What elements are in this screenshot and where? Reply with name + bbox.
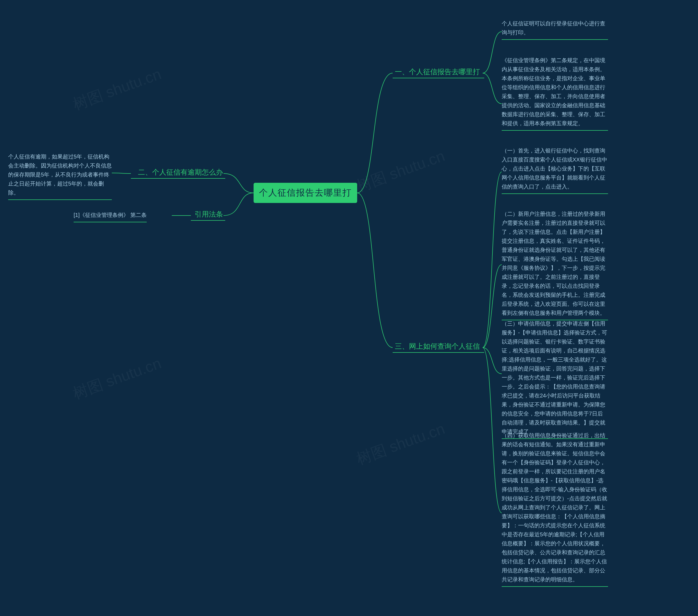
branch-3[interactable]: 三、网上如何查询个人征信	[393, 342, 484, 353]
branch-1[interactable]: 一、个人征信报告去哪里打	[393, 68, 484, 78]
branch-3-label: 三、网上如何查询个人征信	[395, 342, 480, 350]
watermark: 树图 shutu.cn	[354, 419, 448, 469]
branch-1-label: 一、个人征信报告去哪里打	[395, 68, 480, 76]
leaf-b3-p4: （四）获取信用信息身份验证通过后，出结果的话会有短信通知。如果没有通过重新申请，…	[502, 431, 608, 587]
leaf-b2-detail: 个人征信有逾期，如果超过5年，征信机构会主动删除。因为征信机构对个人不良信息的保…	[8, 152, 112, 200]
root-node[interactable]: 个人征信报告去哪里打	[254, 183, 357, 203]
leaf-b1-p2: 《征信业管理条例》第二条规定，在中国境内从事征信业务及相关活动，适用本条例。本条…	[502, 56, 608, 131]
branch-law-label: 引用法条	[195, 210, 223, 218]
branch-2[interactable]: 二、个人征信有逾期怎么办	[131, 168, 225, 179]
root-title: 个人征信报告去哪里打	[259, 187, 352, 199]
leaf-b3-p3: （三）申请信用信息，提交申请左侧【信用服务】-【申请信用信息】选择验证方式，可以…	[502, 319, 608, 439]
watermark: 树图 shutu.cn	[70, 64, 164, 115]
leaf-b3-p2: （二）新用户注册信息，注册过的登录新用户需要实名注册，注册过的直接登录就可以了，…	[502, 209, 608, 320]
leaf-b3-p1: （一）首先，进入银行征信中心，找到查询入口直接百度搜索个人征信或XX银行征信中心…	[502, 146, 608, 194]
watermark: 树图 shutu.cn	[354, 146, 448, 197]
leaf-b1-p1: 个人征信证明可以自行登录征信中心进行查询与打印。	[502, 19, 608, 40]
branch-law[interactable]: 引用法条	[191, 210, 225, 221]
branch-2-label: 二、个人征信有逾期怎么办	[138, 168, 223, 176]
leaf-law-ref: [1]《征信业管理条例》 第二条	[74, 210, 147, 222]
watermark: 树图 shutu.cn	[70, 353, 164, 404]
